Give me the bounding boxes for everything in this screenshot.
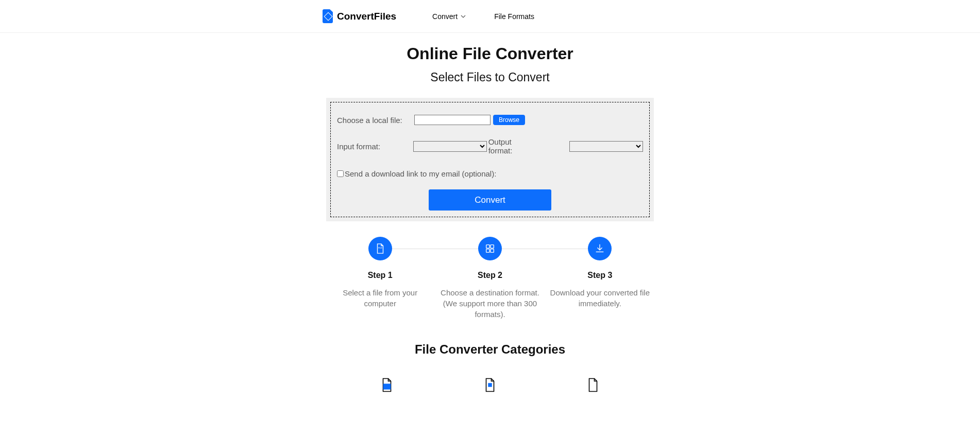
chevron-down-icon: [461, 14, 466, 19]
logo-icon: [323, 9, 333, 23]
convert-panel: Choose a local file: Browse Input format…: [326, 98, 654, 221]
grid-icon: [478, 237, 502, 260]
step-1-title: Step 1: [325, 271, 435, 280]
output-format-label: Output format:: [488, 137, 537, 155]
download-icon: [588, 237, 612, 260]
nav-convert-label: Convert: [432, 12, 458, 21]
step-1-desc: Select a file from your computer: [325, 287, 435, 309]
svg-text:FILE: FILE: [378, 247, 382, 249]
email-checkbox[interactable]: [337, 170, 344, 177]
step-2-title: Step 2: [435, 271, 545, 280]
svg-rect-4: [491, 249, 494, 252]
output-format-select[interactable]: [569, 141, 643, 152]
email-row: Send a download link to my email (option…: [337, 169, 643, 178]
category-icon-2[interactable]: [482, 377, 498, 393]
header: ConvertFiles Convert File Formats: [0, 0, 980, 33]
step-1: FILE Step 1 Select a file from your comp…: [325, 237, 435, 320]
steps: FILE Step 1 Select a file from your comp…: [325, 237, 655, 320]
logo[interactable]: ConvertFiles: [323, 9, 396, 23]
convert-button[interactable]: Convert: [429, 189, 551, 211]
svg-rect-6: [488, 383, 492, 387]
nav-file-formats-label: File Formats: [494, 12, 534, 21]
categories-row: [207, 377, 773, 393]
input-format-label: Input format:: [337, 142, 413, 151]
file-row: Choose a local file: Browse: [337, 115, 643, 125]
step-3-desc: Download your converted file immediately…: [545, 287, 655, 309]
page-subtitle: Select Files to Convert: [207, 71, 773, 84]
choose-file-label: Choose a local file:: [337, 116, 414, 125]
categories-title: File Converter Categories: [207, 342, 773, 357]
nav-file-formats[interactable]: File Formats: [494, 12, 534, 21]
svg-rect-3: [486, 249, 489, 252]
nav-convert[interactable]: Convert: [432, 12, 466, 21]
convert-dropzone[interactable]: Choose a local file: Browse Input format…: [330, 102, 650, 217]
step-3-title: Step 3: [545, 271, 655, 280]
email-label: Send a download link to my email (option…: [345, 169, 496, 178]
file-icon: FILE: [368, 237, 392, 260]
input-format-select[interactable]: [413, 141, 487, 152]
step-2-desc: Choose a destination format. (We support…: [435, 287, 545, 320]
svg-rect-5: [383, 384, 391, 390]
brand-name: ConvertFiles: [337, 11, 396, 22]
page-title: Online File Converter: [207, 44, 773, 63]
file-input[interactable]: [414, 115, 491, 125]
format-row: Input format: Output format:: [337, 137, 643, 155]
browse-button[interactable]: Browse: [493, 115, 525, 125]
category-icon-3[interactable]: [585, 377, 601, 393]
step-2: Step 2 Choose a destination format. (We …: [435, 237, 545, 320]
svg-rect-2: [491, 245, 494, 248]
main: Online File Converter Select Files to Co…: [207, 33, 773, 393]
step-3: Step 3 Download your converted file imme…: [545, 237, 655, 320]
svg-rect-1: [486, 245, 489, 248]
nav: Convert File Formats: [432, 12, 534, 21]
category-icon-1[interactable]: [379, 377, 395, 393]
